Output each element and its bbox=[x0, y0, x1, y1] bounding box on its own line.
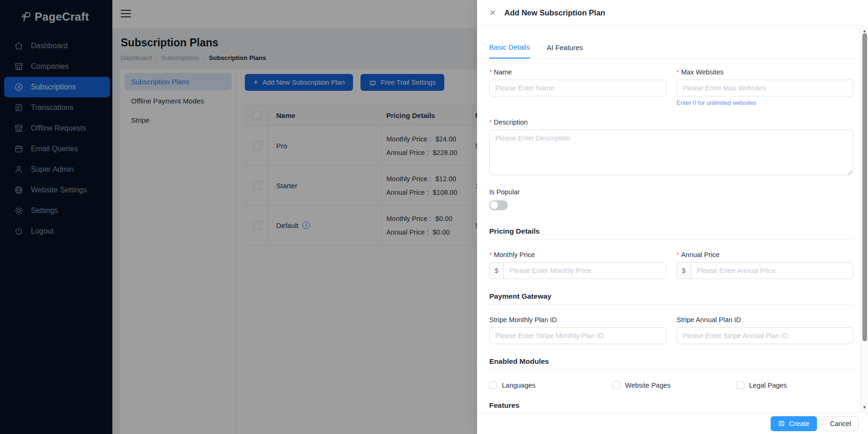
screen: PageCraft Dashboard Companies $ Subscrip… bbox=[0, 0, 868, 434]
module-languages: Languages bbox=[489, 381, 612, 389]
drawer-footer: Create Cancel bbox=[477, 412, 868, 434]
is-popular-label: Is Popular bbox=[489, 188, 853, 196]
scrollbar-thumb[interactable] bbox=[862, 33, 867, 341]
stripe-annual-field-group: Stripe Annual Plan ID bbox=[677, 316, 853, 344]
stripe-annual-input[interactable] bbox=[677, 327, 853, 344]
annual-price-input[interactable] bbox=[691, 263, 853, 279]
is-popular-group: Is Popular bbox=[489, 188, 853, 210]
create-button[interactable]: Create bbox=[771, 416, 817, 431]
languages-checkbox[interactable] bbox=[489, 381, 497, 389]
stripe-monthly-input[interactable] bbox=[489, 327, 666, 344]
name-field-group: *Name bbox=[489, 68, 666, 106]
website-pages-checkbox[interactable] bbox=[612, 381, 620, 389]
section-divider bbox=[489, 239, 853, 240]
max-websites-label: Max Websites bbox=[681, 68, 724, 76]
max-websites-field-group: *Max Websites Enter 0 for unlimited webs… bbox=[677, 68, 853, 106]
section-features: Features bbox=[489, 401, 853, 410]
stripe-monthly-field-group: Stripe Monthly Plan ID bbox=[489, 316, 666, 344]
tab-ai-features[interactable]: AI Features bbox=[547, 44, 583, 58]
website-pages-label: Website Pages bbox=[625, 382, 670, 389]
scroll-up-arrow[interactable]: ▲ bbox=[861, 29, 868, 33]
modules-checkbox-row: Languages Website Pages Legal Pages bbox=[489, 381, 853, 389]
name-maxwebsites-row: *Name *Max Websites Enter 0 for unlimite… bbox=[489, 68, 853, 106]
drawer-scrollbar[interactable]: ▲ ▼ bbox=[860, 26, 868, 412]
save-icon bbox=[778, 420, 785, 427]
legal-pages-label: Legal Pages bbox=[749, 382, 787, 389]
legal-pages-checkbox[interactable] bbox=[736, 381, 744, 389]
stripe-annual-label: Stripe Annual Plan ID bbox=[677, 316, 853, 324]
required-marker: * bbox=[489, 251, 492, 258]
drawer-header: ✕ Add New Subscription Plan bbox=[477, 0, 868, 26]
cancel-button[interactable]: Cancel bbox=[823, 416, 859, 431]
tab-basic-details[interactable]: Basic Details bbox=[489, 43, 530, 59]
price-row: *Monthly Price $ *Annual Price $ bbox=[489, 251, 853, 279]
monthly-price-label: Monthly Price bbox=[494, 251, 535, 258]
section-payment-gateway: Payment Gateway bbox=[489, 292, 853, 301]
max-websites-helper: Enter 0 for unlimited websites bbox=[677, 99, 853, 106]
required-marker: * bbox=[489, 118, 492, 126]
description-textarea[interactable] bbox=[489, 130, 853, 175]
stripe-monthly-label: Stripe Monthly Plan ID bbox=[489, 316, 666, 324]
description-label: Description bbox=[494, 118, 528, 126]
currency-prefix: $ bbox=[490, 263, 504, 279]
section-enabled-modules: Enabled Modules bbox=[489, 357, 853, 366]
monthly-price-field-group: *Monthly Price $ bbox=[489, 251, 666, 279]
section-divider bbox=[489, 304, 853, 305]
monthly-price-input[interactable] bbox=[504, 263, 666, 279]
create-button-label: Create bbox=[789, 420, 809, 427]
close-icon[interactable]: ✕ bbox=[489, 9, 496, 17]
annual-price-label: Annual Price bbox=[681, 251, 720, 258]
drawer-tabs: Basic Details AI Features bbox=[477, 26, 868, 59]
name-label: Name bbox=[494, 68, 512, 76]
is-popular-toggle[interactable] bbox=[489, 200, 508, 210]
max-websites-input[interactable] bbox=[677, 80, 853, 96]
currency-prefix: $ bbox=[677, 263, 691, 279]
annual-price-field-group: *Annual Price $ bbox=[677, 251, 853, 279]
required-marker: * bbox=[677, 251, 679, 258]
module-website-pages: Website Pages bbox=[612, 381, 736, 389]
description-field-group: *Description bbox=[489, 118, 853, 177]
drawer-body: *Name *Max Websites Enter 0 for unlimite… bbox=[477, 59, 860, 412]
add-plan-drawer: ✕ Add New Subscription Plan Basic Detail… bbox=[477, 0, 868, 434]
module-legal-pages: Legal Pages bbox=[736, 381, 853, 389]
required-marker: * bbox=[489, 68, 492, 76]
drawer-title: Add New Subscription Plan bbox=[504, 8, 605, 17]
section-divider bbox=[489, 369, 853, 370]
required-marker: * bbox=[677, 68, 679, 76]
name-input[interactable] bbox=[489, 80, 666, 96]
scroll-down-arrow[interactable]: ▼ bbox=[861, 405, 868, 410]
stripe-row: Stripe Monthly Plan ID Stripe Annual Pla… bbox=[489, 316, 853, 344]
section-pricing-details: Pricing Details bbox=[489, 227, 853, 235]
languages-label: Languages bbox=[502, 382, 536, 389]
